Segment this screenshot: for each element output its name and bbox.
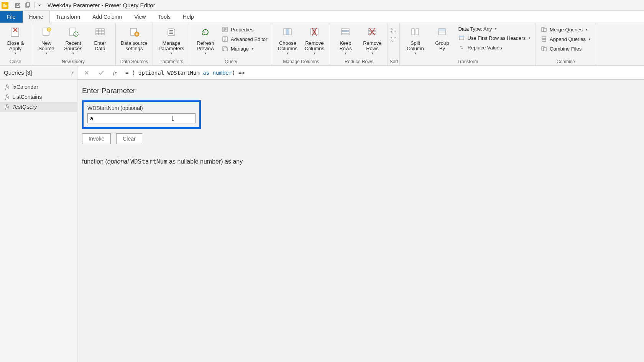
sort-descending-button[interactable]: ZA	[389, 35, 398, 44]
tab-home[interactable]: Home	[23, 11, 50, 23]
recent-sources-button[interactable]: Recent Sources ▼	[61, 24, 85, 55]
choose-columns-icon	[281, 25, 294, 39]
tab-tools[interactable]: Tools	[152, 11, 177, 23]
formula-commit-button[interactable]	[95, 67, 107, 78]
query-item-testquery[interactable]: fx TestQuery	[0, 102, 77, 112]
keep-rows-icon	[338, 25, 352, 39]
tab-strip: File Home Transform Add Column View Tool…	[0, 11, 644, 23]
formula-kw-as: as	[203, 70, 209, 76]
group-label-new-query: New Query	[34, 58, 112, 66]
formula-cancel-button[interactable]	[80, 67, 93, 78]
clear-button[interactable]: Clear	[116, 133, 142, 144]
svg-rect-0	[3, 3, 7, 8]
combine-files-button[interactable]: Combine Files	[539, 44, 593, 53]
data-type-button[interactable]: Data Type: Any ▼	[457, 25, 532, 33]
formula-input[interactable]: = ( optional WDStartNum as number ) =>	[123, 68, 644, 77]
query-item-listcontains[interactable]: fx ListContains	[0, 92, 77, 102]
choose-columns-button[interactable]: Choose Columns ▼	[275, 24, 300, 55]
keep-rows-button[interactable]: Keep Rows ▼	[333, 24, 358, 55]
separator	[11, 2, 11, 8]
query-item-label: fxCalendar	[12, 84, 38, 90]
parameter-highlight-box: WDStartNum (optional) I	[82, 100, 201, 129]
new-source-button[interactable]: New Source ▼	[34, 24, 59, 55]
chevron-down-icon: ▼	[204, 52, 207, 56]
separator	[34, 2, 34, 8]
enter-data-button[interactable]: Enter Data	[88, 24, 112, 52]
remove-columns-icon	[307, 25, 321, 39]
svg-point-9	[47, 28, 51, 31]
chevron-down-icon: ▼	[371, 52, 374, 56]
chevron-down-icon: ▼	[494, 27, 497, 31]
chevron-down-icon: ▼	[414, 52, 417, 56]
queries-pane: Queries [3] ‹ fx fxCalendar fx ListConta…	[0, 66, 77, 362]
close-apply-icon	[8, 25, 22, 39]
ribbon-group-new-query: New Source ▼ Recent Sources ▼ Enter Data…	[31, 23, 116, 66]
qat-dropdown-icon[interactable]	[37, 1, 42, 10]
body-split: Queries [3] ‹ fx fxCalendar fx ListConta…	[0, 66, 644, 362]
svg-point-15	[136, 33, 138, 35]
parameter-input[interactable]	[87, 113, 196, 123]
first-row-headers-button[interactable]: Use First Row as Headers ▼	[457, 34, 532, 42]
collapse-pane-icon[interactable]: ‹	[71, 69, 73, 76]
properties-label: Properties	[231, 27, 253, 33]
replace-values-button[interactable]: Replace Values	[457, 43, 532, 52]
advanced-editor-button[interactable]: Advanced Editor	[220, 35, 269, 43]
manage-parameters-button[interactable]: Manage Parameters ▼	[156, 24, 187, 55]
data-source-settings-icon	[127, 25, 141, 39]
undo-icon[interactable]	[23, 1, 32, 10]
ribbon: Close & Apply ▼ Close New Source ▼ Recen…	[0, 23, 644, 66]
data-source-settings-label: Data source settings	[121, 41, 148, 52]
split-column-button[interactable]: Split Column ▼	[403, 24, 427, 55]
svg-rect-46	[544, 48, 546, 51]
tab-help[interactable]: Help	[177, 11, 200, 23]
svg-rect-35	[412, 29, 414, 35]
chevron-down-icon: ▼	[344, 52, 347, 56]
group-label-manage-columns: Manage Columns	[275, 58, 327, 66]
merge-queries-icon	[540, 26, 547, 33]
tab-view[interactable]: View	[128, 11, 152, 23]
merge-queries-label: Merge Queries	[550, 27, 583, 33]
data-source-settings-button[interactable]: Data source settings	[119, 24, 150, 52]
manage-button[interactable]: Manage ▼	[220, 44, 269, 53]
parameter-input-wrap: I	[87, 113, 196, 123]
append-queries-button[interactable]: Append Queries ▼	[539, 35, 593, 43]
parameter-field-label: WDStartNum (optional)	[87, 105, 196, 111]
query-item-fxcalendar[interactable]: fx fxCalendar	[0, 82, 77, 92]
svg-rect-16	[168, 29, 175, 36]
recent-sources-label: Recent Sources	[64, 41, 82, 52]
choose-columns-label: Choose Columns	[278, 41, 297, 52]
sort-ascending-button[interactable]: AZ	[389, 26, 398, 34]
merge-queries-button[interactable]: Merge Queries ▼	[539, 25, 593, 34]
sig-optional: optional	[107, 158, 129, 165]
ribbon-group-close: Close & Apply ▼ Close	[0, 23, 31, 66]
remove-columns-button[interactable]: Remove Columns ▼	[302, 24, 327, 55]
save-icon[interactable]	[13, 1, 22, 10]
remove-rows-button[interactable]: Remove Rows ▼	[360, 24, 384, 55]
close-and-apply-button[interactable]: Close & Apply ▼	[3, 24, 28, 55]
ribbon-group-data-sources: Data source settings Data Sources	[116, 23, 153, 66]
ribbon-group-combine: Merge Queries ▼ Append Queries ▼ Combine…	[536, 23, 596, 66]
svg-text:Z: Z	[391, 30, 393, 33]
properties-button[interactable]: Properties	[220, 25, 269, 34]
tab-file[interactable]: File	[0, 11, 23, 23]
enter-data-icon	[93, 25, 107, 39]
fx-icon[interactable]: fx	[110, 70, 120, 76]
tab-add-column[interactable]: Add Column	[86, 11, 128, 23]
sig-param: WDStartNum	[130, 158, 167, 165]
group-by-icon	[435, 25, 449, 39]
group-by-button[interactable]: Group By	[430, 24, 454, 52]
refresh-preview-button[interactable]: Refresh Preview ▼	[193, 24, 218, 55]
title-bar: Weekday Parameter - Power Query Editor	[0, 0, 644, 11]
combine-files-icon	[540, 45, 547, 52]
svg-text:A: A	[391, 39, 393, 43]
formula-bar: fx = ( optional WDStartNum as number ) =…	[77, 66, 644, 80]
query-item-label: TestQuery	[12, 104, 37, 110]
svg-rect-6	[26, 3, 30, 7]
recent-sources-icon	[66, 25, 80, 39]
main-area: fx = ( optional WDStartNum as number ) =…	[77, 66, 644, 362]
svg-rect-1	[3, 4, 5, 7]
chevron-down-icon: ▼	[313, 52, 316, 56]
enter-parameter-title: Enter Parameter	[82, 87, 639, 95]
invoke-button[interactable]: Invoke	[82, 133, 111, 144]
tab-transform[interactable]: Transform	[50, 11, 86, 23]
